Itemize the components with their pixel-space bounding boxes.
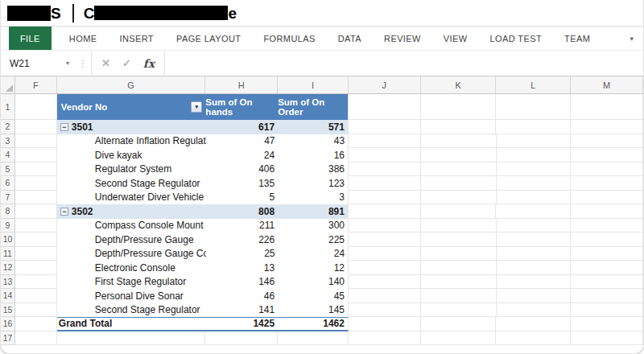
pivot-item-cell[interactable]: Alternate Inflation Regulator <box>57 134 206 149</box>
pivot-value-cell[interactable]: 406 <box>205 163 278 177</box>
cell[interactable] <box>421 163 497 177</box>
cell[interactable] <box>421 134 497 149</box>
row-header[interactable]: 12 <box>1 261 15 275</box>
cell[interactable] <box>205 331 278 346</box>
cell[interactable] <box>421 148 497 163</box>
cell[interactable] <box>421 191 497 205</box>
pivot-value-cell[interactable]: 226 <box>205 233 278 247</box>
tab-view[interactable]: VIEW <box>436 27 476 50</box>
cell[interactable] <box>571 176 643 191</box>
cell[interactable] <box>571 204 643 219</box>
cell[interactable] <box>497 303 572 318</box>
pivot-value-cell[interactable]: 211 <box>205 219 278 233</box>
row-header[interactable]: 3 <box>1 134 15 149</box>
cell[interactable] <box>15 163 57 177</box>
pivot-value-cell[interactable]: 47 <box>206 134 279 149</box>
pivot-value-cell[interactable]: 25 <box>206 247 279 261</box>
pivot-grand-total-cell[interactable]: Grand Total <box>57 317 206 331</box>
pivot-value-cell[interactable]: 386 <box>278 163 349 177</box>
collapse-button[interactable]: − <box>60 123 68 131</box>
row-header[interactable]: 6 <box>1 176 15 191</box>
pivot-item-cell[interactable]: Depth/Pressure Gauge Console <box>57 247 206 261</box>
cell[interactable] <box>421 303 497 318</box>
cell[interactable] <box>421 94 497 120</box>
cell[interactable] <box>571 331 643 346</box>
pivot-item-cell[interactable]: Second Stage Regulator <box>57 303 206 318</box>
cell[interactable] <box>15 94 57 120</box>
pivot-item-cell[interactable]: Electronic Console <box>57 261 206 275</box>
cell[interactable] <box>15 219 57 233</box>
cell[interactable] <box>15 134 57 149</box>
cell[interactable] <box>421 247 497 261</box>
tab-home[interactable]: HOME <box>61 27 105 50</box>
cell[interactable] <box>571 148 643 163</box>
pivot-group-cell[interactable]: − 3501 <box>57 120 206 134</box>
pivot-value-cell[interactable]: 300 <box>278 219 349 233</box>
cell[interactable] <box>15 120 57 134</box>
pivot-value-cell[interactable]: 141 <box>205 303 278 318</box>
cell[interactable] <box>15 303 57 318</box>
cell[interactable] <box>571 275 643 290</box>
row-header[interactable]: 5 <box>1 163 15 177</box>
cell[interactable] <box>497 163 572 177</box>
pivot-item-cell[interactable]: Depth/Pressure Gauge <box>57 233 206 247</box>
pivot-group-cell[interactable]: − 3502 <box>57 204 206 219</box>
cell[interactable] <box>15 289 57 303</box>
cell[interactable] <box>349 331 421 346</box>
row-header[interactable]: 14 <box>1 289 15 303</box>
cell[interactable] <box>571 94 643 120</box>
pivot-value-cell[interactable]: 1462 <box>278 317 349 331</box>
row-header[interactable]: 1 <box>1 94 15 120</box>
cell[interactable] <box>497 261 572 275</box>
col-header-j[interactable]: J <box>349 76 421 93</box>
pivot-value-cell[interactable]: 45 <box>278 289 349 303</box>
col-header-m[interactable]: M <box>571 76 643 93</box>
row-header[interactable]: 9 <box>1 219 15 233</box>
cell[interactable] <box>15 148 57 163</box>
cell[interactable] <box>497 176 572 191</box>
cell[interactable] <box>496 331 571 346</box>
select-all-corner[interactable] <box>1 76 15 93</box>
tab-page-layout[interactable]: PAGE LAYOUT <box>168 27 249 50</box>
cell[interactable] <box>571 219 643 233</box>
cell[interactable] <box>496 317 571 331</box>
tab-data[interactable]: DATA <box>330 27 369 50</box>
pivot-header-order-cell[interactable]: Sum of On Order <box>278 94 349 120</box>
cell[interactable] <box>57 331 206 346</box>
tab-review[interactable]: REVIEW <box>376 27 429 50</box>
cell[interactable] <box>15 191 57 205</box>
row-header[interactable]: 17 <box>1 331 15 346</box>
cell[interactable] <box>421 204 497 219</box>
pivot-value-cell[interactable]: 43 <box>278 134 349 149</box>
pivot-value-cell[interactable]: 225 <box>278 233 349 247</box>
row-header[interactable]: 11 <box>1 247 15 261</box>
cell[interactable] <box>15 331 57 346</box>
pivot-item-cell[interactable]: Dive kayak <box>57 148 206 163</box>
cell[interactable] <box>497 289 572 303</box>
cell[interactable] <box>496 120 571 134</box>
pivot-value-cell[interactable]: 46 <box>205 289 278 303</box>
cell[interactable] <box>571 261 643 275</box>
pivot-value-cell[interactable]: 891 <box>278 204 349 219</box>
cell[interactable] <box>571 303 643 318</box>
cell[interactable] <box>497 134 572 149</box>
pivot-header-vendor-cell[interactable]: Vendor No ▾ <box>57 94 206 120</box>
cell[interactable] <box>349 303 421 318</box>
name-box-caret-icon[interactable]: ▾ <box>66 60 69 67</box>
cell[interactable] <box>421 331 497 346</box>
cell[interactable] <box>497 191 572 205</box>
cancel-icon[interactable]: ✕ <box>101 57 110 69</box>
pivot-value-cell[interactable]: 3 <box>278 191 349 205</box>
cell[interactable] <box>15 261 57 275</box>
cell[interactable] <box>497 219 572 233</box>
cell[interactable] <box>349 176 421 191</box>
cell[interactable] <box>349 219 421 233</box>
filter-dropdown-button[interactable]: ▾ <box>191 101 202 113</box>
cell[interactable] <box>15 317 57 331</box>
cell[interactable] <box>349 233 421 247</box>
row-header[interactable]: 16 <box>1 317 15 331</box>
col-header-g[interactable]: G <box>57 76 206 93</box>
pivot-value-cell[interactable]: 16 <box>278 148 349 163</box>
cell[interactable] <box>349 163 421 177</box>
cell[interactable] <box>15 204 57 219</box>
